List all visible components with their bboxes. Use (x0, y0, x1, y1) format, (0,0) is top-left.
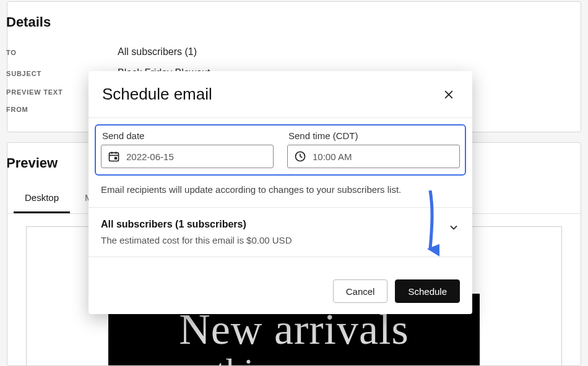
send-date-input[interactable] (126, 151, 267, 162)
calendar-icon (108, 150, 120, 163)
modal-footer: Cancel Schedule (89, 270, 472, 314)
estimated-cost: The estimated cost for this email is $0.… (101, 235, 292, 245)
close-button[interactable] (440, 86, 457, 103)
send-date-label: Send date (102, 130, 274, 141)
clock-icon (294, 150, 306, 163)
send-time-input[interactable] (313, 151, 453, 162)
modal-header: Schedule email (89, 71, 472, 118)
send-time-field: Send time (CDT) (287, 130, 460, 168)
schedule-email-modal: Schedule email Send date (89, 71, 472, 314)
hero-line-2: this season (216, 351, 373, 366)
schedule-fields-highlight: Send date Send time (CDT) (95, 124, 466, 176)
cancel-button[interactable]: Cancel (333, 279, 388, 303)
send-date-input-wrap[interactable] (101, 145, 274, 168)
send-time-input-wrap[interactable] (287, 145, 460, 168)
tab-desktop[interactable]: Desktop (14, 185, 70, 213)
subscribers-section[interactable]: All subscribers (1 subscribers) The esti… (89, 207, 472, 257)
subscribers-title: All subscribers (1 subscribers) (101, 219, 292, 230)
send-date-field: Send date (101, 130, 274, 168)
send-time-label: Send time (CDT) (288, 130, 460, 141)
svg-line-9 (300, 156, 302, 158)
schedule-button[interactable]: Schedule (395, 279, 460, 303)
modal-title: Schedule email (102, 85, 212, 104)
svg-rect-2 (110, 153, 119, 161)
svg-rect-6 (115, 157, 117, 160)
recipients-note: Email recipients will update according t… (101, 184, 460, 195)
to-label: TO (6, 49, 118, 56)
to-value: All subscribers (1) (118, 46, 197, 57)
chevron-down-icon (447, 221, 460, 234)
details-heading: Details (6, 14, 581, 41)
close-icon (443, 88, 455, 101)
details-row-to: TO All subscribers (1) (7, 41, 581, 62)
modal-body: Send date Send time (CDT) (89, 118, 472, 270)
